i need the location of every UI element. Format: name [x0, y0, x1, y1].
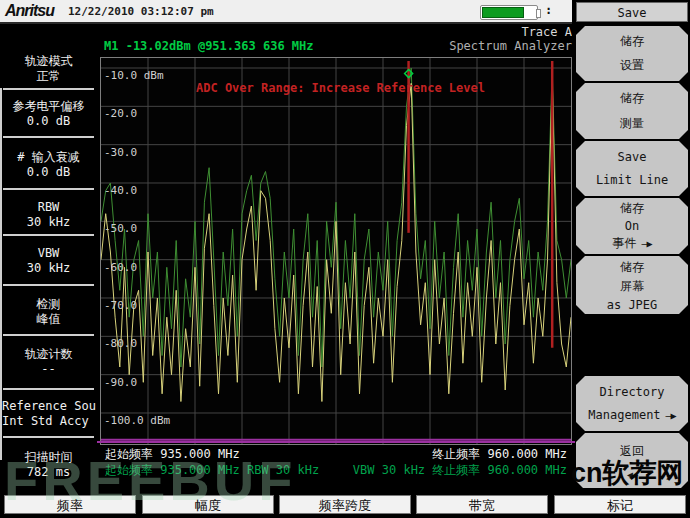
start-frequency-label: 起始频率 935.000 MHz	[105, 446, 240, 463]
battery-terminal-icon: :	[545, 3, 552, 17]
vbw-stop-freq-label: VBW 30 kHz 终止频率 960.000 MHz	[353, 462, 567, 479]
save-menu-title: Save	[576, 2, 688, 22]
divider	[3, 436, 94, 438]
tab-span[interactable]: 频率跨度	[278, 494, 412, 515]
save-screen-jpeg-button-label: 屏幕	[620, 278, 644, 295]
spectrum-analyzer-screen: Anritsu 12/22/2010 03:12:07 pm : 轨迹模式 正常…	[0, 0, 690, 518]
left-panel-trace-count: 轨迹计数 --	[0, 347, 97, 377]
tab-frequency[interactable]: 频率	[3, 494, 137, 515]
left-panel-sweep-time: 扫描时间 782 ms	[0, 450, 97, 480]
y-axis-label: -80.0	[104, 337, 137, 350]
divider	[3, 234, 94, 236]
save-on-event-button-label: 事件	[612, 235, 636, 252]
save-limit-line-button-label: Save	[618, 150, 647, 164]
datetime-label: 12/22/2010 03:12:07 pm	[68, 5, 214, 18]
right-arrow-icon: —▶	[641, 238, 651, 249]
save-setup-button[interactable]: 储存设置	[576, 26, 688, 81]
save-limit-line-button[interactable]: SaveLimit Line	[576, 141, 688, 196]
left-panel-ref-level-offset: 参考电平偏移 0.0 dB	[0, 99, 97, 129]
save-screen-jpeg-button-label: 储存	[620, 259, 644, 276]
left-panel-trace-mode: 轨迹模式 正常	[0, 54, 97, 84]
tab-bandwidth[interactable]: 带宽	[415, 494, 549, 515]
y-axis-label: -70.0	[104, 299, 137, 312]
back-button[interactable]: 返回◀—	[576, 433, 688, 490]
adc-over-range-warning: ADC Over Range: Increase Reference Level	[196, 81, 485, 95]
anritsu-logo: Anritsu	[5, 2, 54, 20]
back-button-label: 返回	[620, 443, 644, 460]
left-panel-input-attenuation: # 输入衰减 0.0 dB	[0, 150, 97, 180]
y-axis-label: -100.0 dBm	[104, 414, 170, 427]
directory-management-button-label: Management	[588, 408, 660, 422]
save-screen-jpeg-button-label: as JPEG	[607, 298, 658, 312]
save-measurement-button-label: 测量	[620, 115, 644, 132]
directory-management-button-label: Directory	[599, 385, 664, 399]
start-freq-rbw-label: 起始频率 935.000 MHz RBW 30 kHz	[105, 462, 319, 479]
directory-management-button[interactable]: DirectoryManagement—▶	[576, 376, 688, 431]
top-bar: Anritsu 12/22/2010 03:12:07 pm :	[0, 0, 573, 24]
left-panel-detection: 检测 峰值	[0, 297, 97, 327]
divider	[3, 188, 94, 190]
y-axis-label: -20.0	[104, 107, 137, 120]
save-measurement-button-label: 储存	[620, 90, 644, 107]
save-setup-button-label: 设置	[620, 57, 644, 74]
bottom-menu-bar: 频率幅度频率跨度带宽标记	[0, 488, 690, 518]
divider	[3, 334, 94, 336]
tab-marker[interactable]: 标记	[553, 494, 687, 515]
y-axis-label: -50.0	[104, 222, 137, 235]
save-on-event-button-label: 储存	[620, 200, 644, 217]
right-softkey-panel: Save 储存设置储存测量SaveLimit Line储存On事件—▶储存屏幕a…	[572, 0, 690, 518]
left-panel-vbw: VBW 30 kHz	[0, 246, 97, 276]
left-panel-reference-source: Reference Sou Int Std Accy	[0, 399, 97, 429]
battery-icon	[480, 5, 538, 20]
y-axis-label: -40.0	[104, 184, 137, 197]
spectrum-chart	[101, 58, 571, 444]
left-arrow-icon: ◀—	[627, 469, 637, 480]
save-on-event-button[interactable]: 储存On事件—▶	[576, 198, 688, 254]
divider	[3, 88, 94, 90]
left-panel-rbw: RBW 30 kHz	[0, 200, 97, 230]
trace-label: Trace A	[97, 25, 572, 39]
y-axis-label: -60.0	[104, 261, 137, 274]
save-setup-button-label: 储存	[620, 33, 644, 50]
divider	[3, 136, 94, 138]
analyzer-mode-label: Spectrum Analyzer	[97, 39, 572, 53]
y-axis-label: -10.0 dBm	[104, 69, 164, 82]
limit-line	[97, 441, 575, 443]
save-limit-line-button-label: Limit Line	[596, 173, 668, 187]
save-on-event-button-label: On	[625, 219, 639, 233]
tab-amplitude[interactable]: 幅度	[141, 494, 275, 515]
left-panel: 轨迹模式 正常参考电平偏移 0.0 dB# 输入衰减 0.0 dBRBW 30 …	[0, 24, 97, 490]
y-axis-label: -90.0	[104, 376, 137, 389]
save-screen-jpeg-button[interactable]: 储存屏幕as JPEG	[576, 256, 688, 314]
spectrum-plot: ADC Over Range: Increase Reference Level…	[100, 57, 572, 445]
right-arrow-icon: —▶	[666, 410, 676, 421]
divider	[3, 388, 94, 390]
stop-frequency-label: 终止频率 960.000 MHz	[432, 446, 567, 463]
divider	[3, 284, 94, 286]
save-measurement-button[interactable]: 储存测量	[576, 83, 688, 139]
y-axis-label: -30.0	[104, 146, 137, 159]
